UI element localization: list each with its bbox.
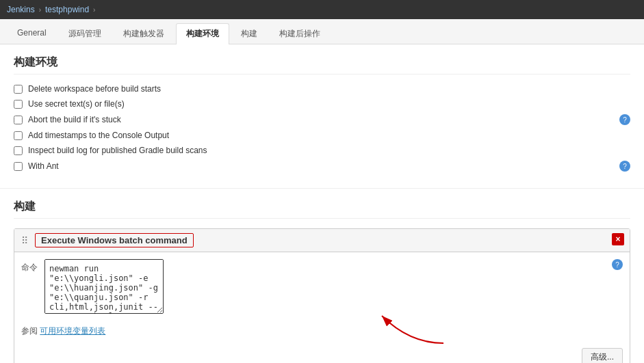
command-close-button[interactable]: × [612,233,624,245]
arrow1: › [39,6,41,14]
topbar: Jenkins › testphpwind › [0,0,644,19]
command-label: 命令 [21,259,38,316]
checkbox-label-1: Delete workspace before build starts [28,84,161,94]
advanced-button[interactable]: 高级... [582,348,623,363]
build-section: 构建 ⠿ Execute Windows batch command × 命令 [0,188,644,363]
checkbox-secret[interactable] [14,100,23,109]
build-env-title: 构建环境 [14,55,630,75]
checkbox-timestamps[interactable] [14,131,23,140]
tab-post-build[interactable]: 构建后操作 [269,23,331,44]
tab-build-env[interactable]: 构建环境 [176,23,229,44]
checkbox-label-4: Add timestamps to the Console Output [28,131,169,140]
build-title: 构建 [14,200,630,219]
command-textarea[interactable] [44,259,164,314]
tab-source[interactable]: 源码管理 [58,23,112,44]
tab-triggers[interactable]: 构建触发器 [113,23,175,44]
checkbox-row-5: Inspect build log for published Gradle b… [14,146,630,155]
tab-bar: General 源码管理 构建触发器 构建环境 构建 构建后操作 [0,19,644,44]
checkbox-label-6: With Ant [28,161,59,171]
checkbox-gradle[interactable] [14,146,23,155]
command-help-icon[interactable]: ? [612,259,623,270]
checkbox-label-2: Use secret text(s) or file(s) [28,99,125,109]
command-content: 命令 将刚才的命令添加到这里 [14,252,630,323]
checkbox-delete-workspace[interactable] [14,85,23,94]
help-icon-ant[interactable]: ? [619,161,630,172]
checkbox-row-4: Add timestamps to the Console Output [14,131,630,140]
checkbox-row-1: Delete workspace before build starts [14,84,630,94]
tab-build[interactable]: 构建 [231,23,268,44]
jenkins-link[interactable]: Jenkins [7,5,35,14]
ref-link[interactable]: 可用环境变量列表 [40,326,105,336]
ref-link-row: 参阅 可用环境变量列表 [14,323,630,344]
ref-prefix: 参阅 [21,326,38,336]
tab-general[interactable]: General [7,23,57,44]
command-box: ⠿ Execute Windows batch command × 命令 [14,228,630,363]
arrow2: › [93,6,95,14]
checkbox-label-5: Inspect build log for published Gradle b… [28,146,207,155]
checkbox-label-3: Abort the build if it's stuck [28,115,121,124]
checkbox-row-2: Use secret text(s) or file(s) [14,99,630,109]
help-icon-abort[interactable]: ? [619,114,630,125]
build-env-section: 构建环境 Delete workspace before build start… [0,44,644,188]
project-link[interactable]: testphpwind [45,5,89,14]
checkbox-ant[interactable] [14,162,23,171]
checkbox-row-6: With Ant ? [14,161,630,172]
advanced-row: 高级... [14,344,630,363]
main-content: General 源码管理 构建触发器 构建环境 构建 构建后操作 构建环境 De… [0,19,644,363]
checkbox-abort[interactable] [14,116,23,124]
checkbox-row-3: Abort the build if it's stuck ? [14,114,630,125]
command-box-title: Execute Windows batch command [35,233,194,247]
command-box-header: ⠿ Execute Windows batch command × [14,229,630,252]
